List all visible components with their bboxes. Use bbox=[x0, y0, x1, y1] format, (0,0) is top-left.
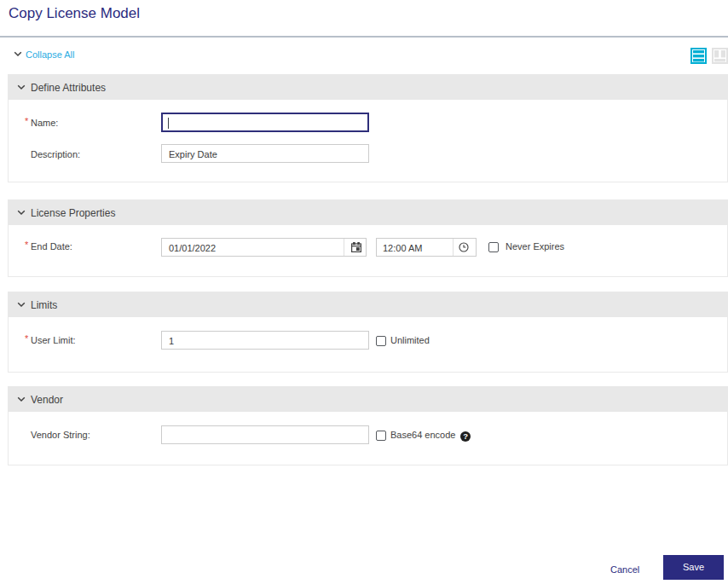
svg-text:?: ? bbox=[463, 431, 468, 441]
